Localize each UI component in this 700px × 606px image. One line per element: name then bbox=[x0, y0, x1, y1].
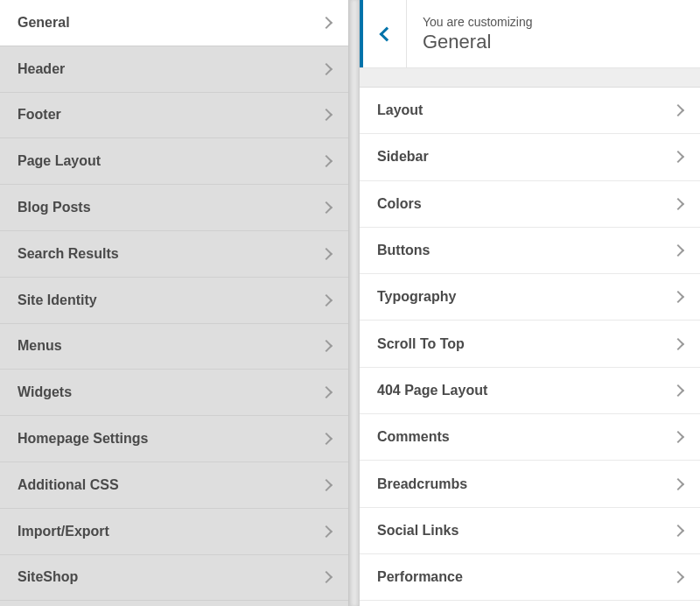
subitem-typography[interactable]: Typography bbox=[360, 274, 700, 321]
subitem-label: 404 Page Layout bbox=[377, 383, 487, 398]
subpanel-list: Layout Sidebar Colors Buttons Typography… bbox=[360, 88, 700, 601]
chevron-right-icon bbox=[320, 525, 332, 538]
chevron-left-icon bbox=[379, 26, 394, 41]
section-widgets[interactable]: Widgets bbox=[0, 370, 348, 416]
section-footer[interactable]: Footer bbox=[0, 93, 348, 139]
chevron-right-icon bbox=[320, 17, 332, 29]
chevron-right-icon bbox=[320, 340, 332, 352]
subitem-label: Colors bbox=[377, 196, 422, 212]
section-label: General bbox=[18, 15, 70, 31]
section-label: Homepage Settings bbox=[18, 431, 148, 447]
chevron-right-icon bbox=[320, 155, 332, 167]
subpanel-header: You are customizing General bbox=[360, 0, 700, 68]
chevron-right-icon bbox=[672, 244, 684, 257]
chevron-right-icon bbox=[320, 571, 332, 583]
chevron-right-icon bbox=[672, 431, 684, 443]
chevron-right-icon bbox=[672, 384, 684, 397]
section-label: Import/Export bbox=[18, 524, 109, 539]
chevron-right-icon bbox=[672, 525, 684, 537]
back-button[interactable] bbox=[360, 0, 407, 67]
section-siteshop[interactable]: SiteShop bbox=[0, 555, 348, 602]
section-label: Page Layout bbox=[18, 153, 101, 169]
chevron-right-icon bbox=[320, 479, 332, 491]
subpanel-spacer bbox=[360, 68, 700, 88]
chevron-right-icon bbox=[672, 104, 684, 116]
chevron-right-icon bbox=[320, 433, 332, 445]
subitem-label: Sidebar bbox=[377, 149, 429, 165]
section-label: SiteShop bbox=[18, 569, 78, 585]
chevron-right-icon bbox=[320, 248, 332, 260]
subitem-label: Performance bbox=[377, 569, 463, 585]
chevron-right-icon bbox=[672, 571, 684, 583]
subitem-label: Scroll To Top bbox=[377, 336, 465, 352]
chevron-right-icon bbox=[672, 477, 684, 490]
section-page-layout[interactable]: Page Layout bbox=[0, 138, 348, 185]
chevron-right-icon bbox=[320, 294, 332, 307]
main-sections-list: General Header Footer Page Layout Blog P… bbox=[0, 0, 348, 601]
subitem-social-links[interactable]: Social Links bbox=[360, 508, 700, 554]
chevron-right-icon bbox=[672, 338, 684, 350]
customizer-subpanel: You are customizing General Layout Sideb… bbox=[360, 0, 700, 606]
subitem-sidebar[interactable]: Sidebar bbox=[360, 134, 700, 180]
section-menus[interactable]: Menus bbox=[0, 324, 348, 370]
chevron-right-icon bbox=[320, 109, 332, 121]
chevron-right-icon bbox=[672, 198, 684, 210]
chevron-right-icon bbox=[320, 63, 332, 75]
subitem-label: Breadcrumbs bbox=[377, 476, 467, 492]
section-label: Menus bbox=[18, 338, 62, 354]
section-import-export[interactable]: Import/Export bbox=[0, 509, 348, 555]
subitem-breadcrumbs[interactable]: Breadcrumbs bbox=[360, 461, 700, 507]
subitem-label: Buttons bbox=[377, 243, 430, 258]
section-label: Site Identity bbox=[18, 292, 97, 308]
subpanel-supertitle: You are customizing bbox=[423, 15, 533, 29]
subitem-label: Typography bbox=[377, 289, 456, 305]
chevron-right-icon bbox=[672, 151, 684, 163]
chevron-right-icon bbox=[320, 201, 332, 214]
section-header[interactable]: Header bbox=[0, 46, 348, 93]
chevron-right-icon bbox=[672, 291, 684, 303]
section-label: Blog Posts bbox=[18, 200, 91, 215]
panel-divider bbox=[349, 0, 360, 606]
subitem-buttons[interactable]: Buttons bbox=[360, 228, 700, 274]
subitem-label: Layout bbox=[377, 102, 423, 118]
subitem-layout[interactable]: Layout bbox=[360, 88, 700, 134]
section-label: Widgets bbox=[18, 384, 72, 400]
subitem-404-page-layout[interactable]: 404 Page Layout bbox=[360, 368, 700, 414]
subitem-label: Social Links bbox=[377, 523, 458, 539]
section-additional-css[interactable]: Additional CSS bbox=[0, 462, 348, 509]
section-general[interactable]: General bbox=[0, 0, 348, 46]
subitem-label: Comments bbox=[377, 429, 450, 445]
chevron-right-icon bbox=[320, 386, 332, 398]
subitem-performance[interactable]: Performance bbox=[360, 554, 700, 601]
section-homepage-settings[interactable]: Homepage Settings bbox=[0, 416, 348, 462]
section-label: Search Results bbox=[18, 246, 119, 262]
section-label: Header bbox=[18, 61, 65, 77]
section-site-identity[interactable]: Site Identity bbox=[0, 278, 348, 324]
subitem-comments[interactable]: Comments bbox=[360, 414, 700, 461]
customizer-main-sections: General Header Footer Page Layout Blog P… bbox=[0, 0, 349, 606]
subpanel-header-text: You are customizing General bbox=[407, 0, 533, 67]
section-label: Footer bbox=[18, 107, 61, 123]
section-label: Additional CSS bbox=[18, 477, 119, 493]
section-blog-posts[interactable]: Blog Posts bbox=[0, 185, 348, 231]
subitem-colors[interactable]: Colors bbox=[360, 181, 700, 228]
section-search-results[interactable]: Search Results bbox=[0, 231, 348, 278]
subpanel-title: General bbox=[423, 31, 533, 53]
subitem-scroll-to-top[interactable]: Scroll To Top bbox=[360, 321, 700, 367]
